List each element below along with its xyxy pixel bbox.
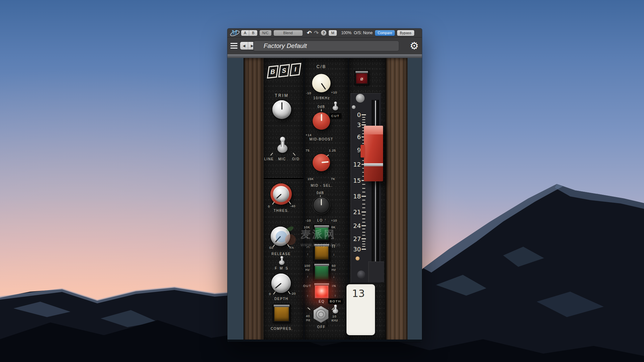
bypass-button[interactable]: Bypass <box>397 30 414 36</box>
threshold-knob-cap <box>273 186 289 202</box>
hpf-left-unit: Hz <box>306 318 311 322</box>
knob-pointer <box>276 194 281 199</box>
lf-right-label: 60 <box>332 264 336 267</box>
release-min-label: SL <box>269 246 274 249</box>
mid-boost-knob[interactable] <box>313 112 330 130</box>
shelf-curve-icon: ∩ <box>306 245 310 248</box>
threshold-min-label: 0 <box>268 204 270 208</box>
compare-button[interactable]: Compare <box>375 30 395 36</box>
fms-toggle[interactable] <box>279 258 285 265</box>
preset-b-button[interactable]: B <box>249 30 257 36</box>
release-knob[interactable] <box>271 227 290 246</box>
wood-side-left <box>244 58 264 340</box>
cb-caption: 10/8KHz <box>313 96 330 100</box>
prev-preset-button[interactable]: ◀ <box>240 42 248 50</box>
fader-scale-tick <box>362 204 365 204</box>
toolbar: M A B N/C Blend ↶ ↷ ? M 100% O/S: None C… <box>227 28 422 38</box>
eq-strip: C/B -10 +10 10/8KHz 0dB CUT +14 MID-BOOS… <box>305 58 348 340</box>
preset-a-button[interactable]: A <box>241 30 249 36</box>
fader-scale-label: 3 <box>349 121 361 128</box>
compres-label: COMPRES. <box>271 327 293 330</box>
source-toggle[interactable] <box>277 141 288 152</box>
hpf-rotary-switch[interactable] <box>313 306 329 323</box>
fader-scale-tick <box>362 192 365 192</box>
hf-select-button[interactable] <box>313 225 330 241</box>
bsi-letter: B <box>267 65 279 79</box>
midsel-min-label: 75 <box>306 148 310 152</box>
mono-button[interactable]: M <box>329 30 337 36</box>
eq-in-label: IN <box>332 284 336 288</box>
fader-scale-tick <box>362 119 365 120</box>
trim-label: TRIM <box>275 93 288 98</box>
scale-tick <box>326 155 329 157</box>
depth-knob[interactable] <box>271 274 291 293</box>
fader-scale-tick <box>362 200 365 200</box>
fader-scale-label: 15 <box>349 177 361 184</box>
knob-pointer <box>275 283 281 289</box>
depth-max-label: -20 <box>290 292 296 295</box>
trim-knob[interactable] <box>272 100 291 119</box>
scale-tick <box>273 291 275 294</box>
midsel-right-label: 7K <box>331 177 335 181</box>
cut-toggle[interactable] <box>332 104 339 110</box>
down-arrow-icon: ↓ <box>334 293 337 297</box>
eq-in-button[interactable] <box>313 283 330 300</box>
gain-card-value: 13 <box>346 288 370 299</box>
fader-strip: ø 036912151821242730 13 <box>349 58 386 340</box>
faceplate-panel: B S I TRIM LINE MIC O/D <box>227 58 422 342</box>
fader-scale-label: 18 <box>349 193 361 200</box>
nc-button[interactable]: N/C <box>260 30 271 36</box>
blend-button[interactable]: Blend <box>274 30 303 36</box>
down-arrow-icon: ↓ <box>333 252 335 256</box>
source-od-label: O/D <box>292 157 300 161</box>
fader-scale-tick <box>362 225 366 226</box>
cb-knob[interactable] <box>312 74 331 93</box>
compressor-in-button[interactable] <box>273 304 290 323</box>
cb-max-label: +10 <box>331 90 337 94</box>
undo-icon[interactable]: ↶ <box>307 30 312 36</box>
depth-label: DEPTH <box>274 297 288 301</box>
lo-knob[interactable] <box>314 197 329 213</box>
zoom-level[interactable]: 100% <box>341 31 352 35</box>
knob-pointer <box>321 199 322 205</box>
screw <box>357 270 365 279</box>
peak-curve-icon: Π <box>332 244 335 249</box>
menu-icon[interactable] <box>230 43 237 49</box>
fader-scale-tick <box>362 122 365 123</box>
curve-shape-button[interactable] <box>313 243 330 261</box>
fader-scale-tick <box>362 249 366 250</box>
fader-scale-label: 27 <box>349 235 361 242</box>
lo-max-label: +10 <box>331 219 337 222</box>
hpf-right-unit: KHz <box>331 318 338 322</box>
fader-scale-tick <box>362 117 365 118</box>
knob-pointer <box>321 83 326 89</box>
fader-scale-tick <box>362 244 365 244</box>
fader-scale-label: 0 <box>349 111 361 118</box>
up-arrow-icon: ↑ <box>307 294 309 298</box>
depth-min-label: 0 <box>269 292 271 296</box>
ab-compare-group: A B <box>241 30 257 36</box>
fader-cap[interactable] <box>364 126 383 181</box>
up-arrow-icon: ↑ <box>307 275 309 279</box>
vendor-logo-letter: M <box>231 28 237 37</box>
fader-scale-tick <box>362 114 366 115</box>
preset-name-field[interactable]: Factory Default <box>253 41 399 51</box>
mid-sel-knob[interactable] <box>313 154 330 171</box>
scale-tick <box>270 153 273 156</box>
eq-out-label: OUT <box>303 284 312 288</box>
hf-left-label: 10K <box>304 225 310 229</box>
fader-scale-tick <box>362 212 366 213</box>
settings-gear-icon[interactable]: ⚙ <box>409 40 420 52</box>
oversampling-status[interactable]: O/S: None <box>354 31 373 35</box>
lo-min-label: -10 <box>306 219 311 222</box>
lf-left-label: 100 <box>304 264 310 267</box>
scale-tick <box>293 153 296 156</box>
fader-scale-label: 30 <box>349 246 361 253</box>
fader-scale-tick <box>362 184 365 185</box>
threshold-max-label: -40 <box>290 204 296 208</box>
help-icon[interactable]: ? <box>321 30 326 36</box>
lf-select-button[interactable] <box>313 263 330 281</box>
redo-icon[interactable]: ↷ <box>314 30 319 36</box>
hpf-right-label: 10 <box>332 314 336 318</box>
fader-scale-tick <box>362 246 365 247</box>
